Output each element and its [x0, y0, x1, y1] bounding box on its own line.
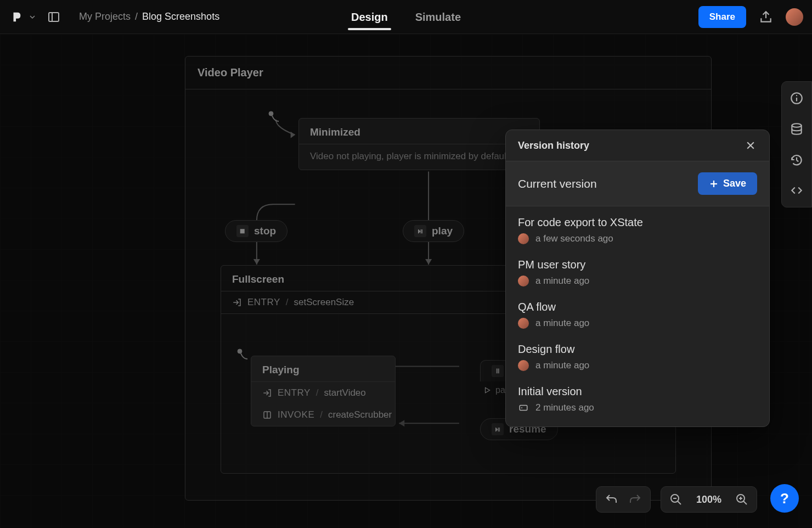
- chevron-down-icon[interactable]: [30, 14, 35, 20]
- redo-button[interactable]: [628, 492, 642, 507]
- machine-title[interactable]: Video Player: [185, 57, 711, 89]
- mode-tabs: Design Simulate: [351, 0, 461, 34]
- version-list: For code export to XState a few seconds …: [506, 206, 769, 426]
- help-button[interactable]: ?: [770, 484, 799, 513]
- plus-icon: [709, 179, 719, 189]
- user-avatar[interactable]: [786, 8, 803, 26]
- state-minimized-description[interactable]: Video not playing, player is minimized b…: [299, 144, 539, 170]
- breadcrumb-current[interactable]: Blog Screenshots: [142, 11, 219, 23]
- avatar-icon: [518, 360, 529, 371]
- tab-design[interactable]: Design: [351, 1, 388, 33]
- transition-stop-label: stop: [254, 225, 276, 237]
- transition-play-label: play: [432, 225, 453, 237]
- zoom-in-button[interactable]: [735, 492, 749, 507]
- svg-point-16: [521, 407, 522, 408]
- version-item[interactable]: QA flow a minute ago: [518, 301, 757, 329]
- transition-stop[interactable]: ⏹ stop: [225, 220, 287, 242]
- svg-marker-4: [425, 259, 432, 265]
- stop-icon: ⏹: [236, 225, 249, 237]
- version-history-panel: Version history Current version Save For…: [505, 130, 770, 427]
- state-minimized[interactable]: Minimized Video not playing, player is m…: [298, 118, 540, 170]
- breadcrumb: My Projects / Blog Screenshots: [79, 11, 219, 23]
- database-icon[interactable]: [789, 121, 804, 137]
- svg-point-20: [792, 123, 801, 127]
- invoke-icon: [262, 410, 272, 420]
- version-item[interactable]: Design flow a minute ago: [518, 343, 757, 371]
- svg-line-22: [797, 160, 798, 161]
- avatar-icon: [518, 233, 529, 244]
- share-button[interactable]: Share: [698, 6, 746, 28]
- svg-marker-10: [486, 387, 490, 392]
- history-controls: [596, 486, 651, 513]
- avatar-icon: [518, 276, 529, 287]
- bottom-controls: 100%: [596, 486, 757, 513]
- undo-button[interactable]: [604, 492, 618, 507]
- resume-icon: ⏯: [492, 423, 504, 435]
- zoom-controls: 100%: [661, 486, 757, 513]
- version-current-row[interactable]: Current version Save: [506, 161, 769, 206]
- play-icon: ⏯: [414, 225, 426, 237]
- info-icon[interactable]: [789, 91, 804, 106]
- state-playing-invoke[interactable]: INVOKE / createScrubber: [251, 404, 395, 426]
- svg-line-24: [678, 501, 681, 504]
- svg-rect-15: [520, 406, 527, 411]
- canvas[interactable]: Video Player Minimized Video not playi: [0, 34, 812, 528]
- right-rail: [781, 81, 812, 207]
- breadcrumb-parent[interactable]: My Projects: [79, 11, 131, 23]
- version-item[interactable]: For code export to XState a few seconds …: [518, 216, 757, 244]
- history-icon[interactable]: [789, 152, 804, 167]
- save-button[interactable]: Save: [698, 172, 757, 195]
- zoom-out-button[interactable]: [669, 492, 683, 507]
- initial-marker-icon: [268, 110, 281, 123]
- export-icon[interactable]: [758, 9, 774, 25]
- version-current-label: Current version: [518, 177, 597, 190]
- code-icon[interactable]: [789, 183, 804, 198]
- avatar-icon: [518, 318, 529, 329]
- svg-point-19: [796, 95, 797, 96]
- tab-simulate[interactable]: Simulate: [415, 1, 461, 33]
- version-history-title: Version history: [518, 140, 589, 151]
- app-logo[interactable]: [9, 9, 24, 25]
- entry-icon: [262, 388, 272, 398]
- state-playing-title[interactable]: Playing: [251, 356, 395, 381]
- close-icon[interactable]: [744, 139, 757, 152]
- zoom-level[interactable]: 100%: [693, 494, 725, 505]
- pause-icon: ⏸: [492, 365, 504, 377]
- svg-marker-3: [253, 259, 260, 265]
- svg-marker-2: [291, 132, 295, 138]
- svg-point-7: [238, 349, 242, 353]
- system-icon: [518, 402, 529, 413]
- panel-toggle-icon[interactable]: [46, 9, 61, 25]
- svg-rect-0: [49, 13, 59, 21]
- svg-point-6: [269, 111, 273, 116]
- svg-line-27: [743, 501, 747, 504]
- state-playing[interactable]: Playing ENTRY / startVideo INVOKE / crea…: [251, 356, 396, 426]
- version-item[interactable]: Initial version 2 minutes ago: [518, 385, 757, 413]
- state-playing-entry[interactable]: ENTRY / startVideo: [251, 382, 395, 404]
- breadcrumb-separator: /: [135, 11, 138, 23]
- entry-icon: [232, 297, 242, 307]
- action-icon: [483, 386, 491, 394]
- top-bar: My Projects / Blog Screenshots Design Si…: [0, 0, 812, 34]
- state-minimized-title[interactable]: Minimized: [299, 119, 539, 144]
- initial-marker-icon: [236, 348, 250, 361]
- version-item[interactable]: PM user story a minute ago: [518, 259, 757, 287]
- transition-play[interactable]: ⏯ play: [403, 220, 464, 242]
